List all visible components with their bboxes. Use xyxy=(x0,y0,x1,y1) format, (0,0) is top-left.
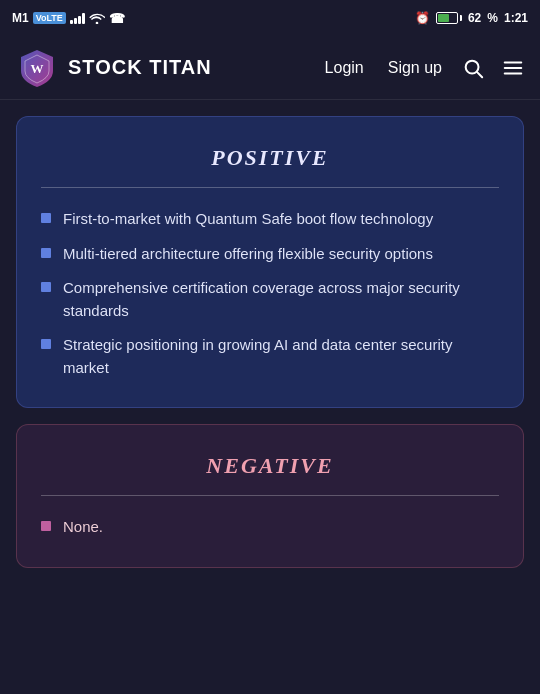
negative-card-title: Negative xyxy=(41,453,499,479)
list-item: Strategic positioning in growing AI and … xyxy=(41,334,499,379)
navbar-actions xyxy=(462,57,524,79)
list-item: Comprehensive certification coverage acr… xyxy=(41,277,499,322)
svg-text:W: W xyxy=(31,61,44,76)
time-display: 1:21 xyxy=(504,11,528,25)
status-right: ⏰ 62% 1:21 xyxy=(415,11,528,25)
navbar-links: Login Sign up xyxy=(325,59,442,77)
signup-link[interactable]: Sign up xyxy=(388,59,442,77)
battery-icon xyxy=(436,12,462,24)
volte-badge: VoLTE xyxy=(33,12,66,24)
status-bar: M1 VoLTE ☎ ⏰ 62% 1:21 xyxy=(0,0,540,36)
carrier-name: M1 xyxy=(12,11,29,25)
list-item: First-to-market with Quantum Safe boot f… xyxy=(41,208,499,231)
main-content: Positive First-to-market with Quantum Sa… xyxy=(0,100,540,584)
login-link[interactable]: Login xyxy=(325,59,364,77)
hamburger-icon xyxy=(502,57,524,79)
navbar: W STOCK TITAN Login Sign up xyxy=(0,36,540,100)
bullet-icon xyxy=(41,213,51,223)
logo-icon: W xyxy=(16,47,58,89)
logo-text: STOCK TITAN xyxy=(68,56,212,79)
bullet-icon xyxy=(41,248,51,258)
positive-card-title: Positive xyxy=(41,145,499,171)
positive-card: Positive First-to-market with Quantum Sa… xyxy=(16,116,524,408)
menu-button[interactable] xyxy=(502,57,524,79)
status-carrier: M1 VoLTE ☎ xyxy=(12,11,125,26)
negative-divider xyxy=(41,495,499,496)
bullet-icon xyxy=(41,339,51,349)
navbar-logo: W STOCK TITAN xyxy=(16,47,325,89)
wifi-icon xyxy=(89,12,105,24)
signal-icon xyxy=(70,12,85,24)
bullet-icon xyxy=(41,282,51,292)
list-item: Multi-tiered architecture offering flexi… xyxy=(41,243,499,266)
bullet-icon xyxy=(41,521,51,531)
positive-list: First-to-market with Quantum Safe boot f… xyxy=(41,208,499,379)
svg-line-2 xyxy=(477,72,482,77)
positive-divider xyxy=(41,187,499,188)
battery-percentage: 62 xyxy=(468,11,481,25)
list-item: None. xyxy=(41,516,499,539)
search-button[interactable] xyxy=(462,57,484,79)
negative-list: None. xyxy=(41,516,499,539)
search-icon xyxy=(462,57,484,79)
negative-card: Negative None. xyxy=(16,424,524,568)
alarm-icon: ⏰ xyxy=(415,11,430,25)
extra-status-icon: ☎ xyxy=(109,11,125,26)
